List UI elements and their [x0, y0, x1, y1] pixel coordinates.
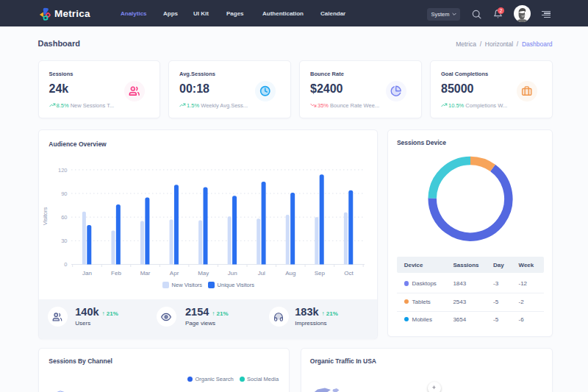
- svg-text:Oct: Oct: [344, 270, 354, 277]
- svg-text:Jan: Jan: [82, 270, 92, 277]
- svg-text:Aug: Aug: [285, 270, 295, 277]
- svg-text:May: May: [198, 270, 209, 277]
- svg-text:Visitors: Visitors: [42, 207, 49, 226]
- svg-text:Sep: Sep: [314, 270, 325, 277]
- svg-text:Apr: Apr: [169, 270, 179, 277]
- svg-text:Jun: Jun: [227, 270, 237, 277]
- svg-text:90: 90: [61, 190, 67, 197]
- svg-text:60: 60: [61, 214, 67, 221]
- svg-text:Jul: Jul: [257, 270, 265, 277]
- svg-text:30: 30: [61, 238, 67, 244]
- svg-text:Mar: Mar: [140, 270, 150, 277]
- svg-text:Feb: Feb: [111, 270, 121, 277]
- svg-text:120: 120: [57, 167, 67, 174]
- svg-text:0: 0: [64, 261, 67, 268]
